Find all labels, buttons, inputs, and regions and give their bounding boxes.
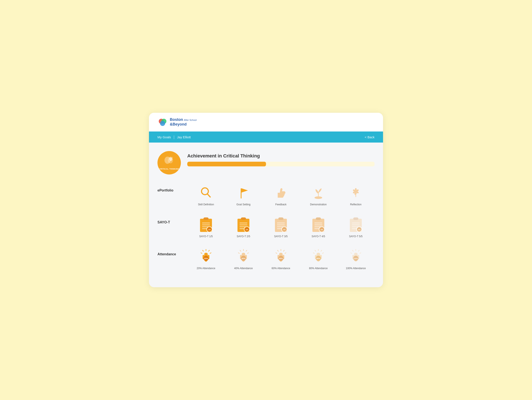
sayo-t-3-label: SAYO-T 3/5	[274, 235, 288, 238]
nav-left: My Goals | Jay Elliott	[158, 135, 191, 139]
sayo-t-5-icon: 5/5	[347, 216, 364, 233]
nav-back[interactable]: < Back	[365, 135, 374, 139]
skill-definition-icon	[197, 184, 215, 201]
hand-40-icon: 40%	[236, 248, 251, 265]
nav-my-goals[interactable]: My Goals	[158, 135, 171, 139]
sayo-t-2-item[interactable]: 2/5 SAYO-T 2/5	[225, 214, 262, 240]
svg-line-100	[313, 253, 314, 254]
logo-boston: Boston	[170, 117, 183, 122]
attendance-60-icon: 60%	[272, 248, 289, 265]
attendance-60-item[interactable]: 60% 60% Attendance	[262, 246, 300, 272]
skill-definition-item[interactable]: Skill Definition	[187, 182, 225, 208]
svg-text:20%: 20%	[204, 257, 208, 260]
attendance-20-icon: 20%	[197, 248, 215, 265]
svg-line-72	[210, 253, 211, 254]
critical-thinking-icon	[163, 156, 176, 167]
svg-line-109	[351, 253, 352, 254]
svg-rect-61	[353, 217, 358, 220]
attendance-80-item[interactable]: 80% 80% Attendance	[300, 246, 337, 272]
hand-20-icon: 20%	[198, 248, 214, 265]
magnifying-glass-icon	[199, 185, 213, 200]
nav-divider: |	[173, 135, 175, 139]
goal-setting-item[interactable]: Goal Setting	[225, 182, 262, 208]
svg-line-98	[315, 250, 316, 251]
attendance-row: Attendance	[158, 246, 374, 272]
attendance-40-label: 40% Attendance	[234, 267, 253, 270]
attendance-60-label: 60% Attendance	[272, 267, 290, 270]
svg-rect-43	[278, 217, 284, 220]
sayo-t-5-item[interactable]: 5/5 SAYO-T 5/5	[337, 214, 374, 240]
goal-setting-icon	[235, 184, 252, 201]
svg-point-5	[169, 157, 172, 161]
sayo-t-label: SAYO-T	[158, 214, 187, 224]
attendance-20-item[interactable]: 20% 20% Attendance	[187, 246, 225, 272]
clipboard-5-icon: 5/5	[348, 216, 363, 233]
goal-setting-label: Goal Setting	[236, 203, 250, 206]
svg-point-2	[160, 121, 165, 126]
svg-text:3/5: 3/5	[283, 229, 285, 231]
svg-rect-6	[170, 160, 171, 161]
logo-after-school: After School	[184, 119, 197, 121]
clipboard-4-icon: 4/5	[311, 216, 326, 233]
attendance-100-icon: 100%	[347, 248, 364, 265]
sayo-t-4-label: SAYO-T 4/5	[311, 235, 325, 238]
eportfolio-items: Skill Definition Goal Setting	[187, 182, 374, 208]
svg-line-97	[321, 250, 322, 251]
nav-bar: My Goals | Jay Elliott < Back	[149, 132, 383, 143]
attendance-40-icon: 40%	[235, 248, 252, 265]
svg-text:2/5: 2/5	[246, 229, 248, 231]
svg-line-11	[207, 194, 210, 197]
thumbs-up-icon	[273, 185, 288, 200]
svg-line-7	[172, 157, 173, 158]
hand-100-icon: 100%	[348, 248, 363, 265]
svg-line-88	[284, 250, 284, 251]
achievement-info: Achievement in Critical Thinking	[187, 151, 374, 166]
demonstration-label: Demonstration	[310, 203, 327, 206]
svg-rect-52	[316, 217, 321, 220]
attendance-100-item[interactable]: 100% 100% Attendance	[337, 246, 374, 272]
svg-line-89	[278, 250, 278, 251]
eportfolio-label: ePortfolio	[158, 182, 187, 192]
hand-80-icon: 80%	[311, 248, 326, 265]
feedback-item[interactable]: Feedback	[262, 182, 300, 208]
clipboard-1-icon: 1/5	[198, 216, 214, 233]
sayo-t-1-item[interactable]: 1/5 SAYO-T 1/5	[187, 214, 225, 240]
svg-line-73	[201, 253, 202, 254]
plant-icon	[311, 185, 326, 200]
sayo-t-5-label: SAYO-T 5/5	[349, 235, 363, 238]
attendance-40-item[interactable]: 40% 40% Attendance	[225, 246, 262, 272]
svg-point-18	[355, 188, 357, 191]
svg-line-70	[209, 250, 209, 251]
svg-rect-25	[203, 217, 209, 220]
flag-icon	[236, 185, 251, 200]
svg-rect-12	[241, 188, 241, 198]
demonstration-item[interactable]: Demonstration	[300, 182, 337, 208]
demonstration-icon	[310, 184, 327, 201]
logo-area: Boston After School &Beyond	[158, 117, 197, 127]
svg-line-79	[246, 250, 247, 251]
attendance-80-label: 80% Attendance	[309, 267, 328, 270]
eportfolio-section: ePortfolio Skill Definition	[158, 182, 374, 208]
main-card: Boston After School &Beyond My Goals | J…	[149, 113, 383, 287]
svg-rect-34	[241, 217, 246, 220]
svg-text:1/5: 1/5	[208, 229, 211, 231]
svg-text:40%: 40%	[241, 257, 245, 260]
svg-text:5/5: 5/5	[358, 229, 361, 231]
attendance-100-label: 100% Attendance	[346, 267, 366, 270]
sayo-t-3-icon: 3/5	[272, 216, 289, 233]
eportfolio-row: ePortfolio Skill Definition	[158, 182, 374, 208]
attendance-80-icon: 80%	[310, 248, 327, 265]
sayo-t-4-item[interactable]: 4/5 SAYO-T 4/5	[300, 214, 337, 240]
svg-line-81	[247, 253, 248, 254]
reflection-item[interactable]: Reflection	[337, 182, 374, 208]
svg-line-106	[358, 250, 359, 251]
sayo-t-4-icon: 4/5	[310, 216, 327, 233]
sayo-t-2-label: SAYO-T 2/5	[237, 235, 250, 238]
main-content: CRITICAL THINKING Achievement in Critica…	[149, 143, 383, 286]
achievement-header: CRITICAL THINKING Achievement in Critica…	[158, 151, 374, 174]
clipboard-3-icon: 3/5	[273, 216, 289, 233]
sayo-t-3-item[interactable]: 3/5 SAYO-T 3/5	[262, 214, 300, 240]
skill-badge: CRITICAL THINKING	[158, 151, 181, 174]
svg-marker-13	[241, 188, 248, 193]
clipboard-2-icon: 2/5	[236, 216, 251, 233]
